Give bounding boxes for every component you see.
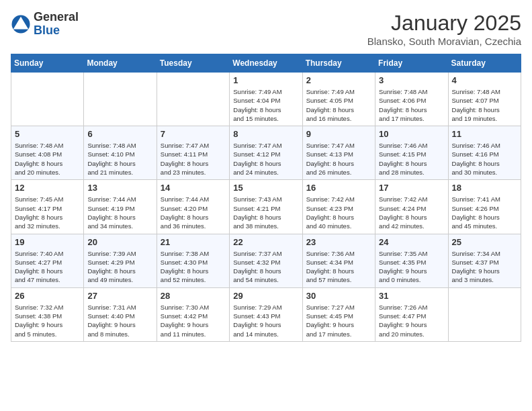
day-info: Sunrise: 7:37 AM Sunset: 4:32 PM Dayligh…: [233, 249, 298, 285]
day-number: 9: [306, 129, 371, 139]
day-number: 27: [87, 291, 152, 301]
day-number: 19: [15, 237, 80, 247]
weekday-header-row: SundayMondayTuesdayWednesdayThursdayFrid…: [11, 54, 521, 73]
weekday-header-saturday: Saturday: [448, 54, 521, 73]
calendar-cell: 19Sunrise: 7:40 AM Sunset: 4:27 PM Dayli…: [11, 234, 84, 287]
day-info: Sunrise: 7:39 AM Sunset: 4:29 PM Dayligh…: [87, 249, 152, 285]
day-info: Sunrise: 7:46 AM Sunset: 4:16 PM Dayligh…: [452, 141, 517, 177]
day-number: 24: [379, 237, 444, 247]
day-number: 29: [233, 291, 298, 301]
calendar-cell: 12Sunrise: 7:45 AM Sunset: 4:17 PM Dayli…: [11, 180, 84, 234]
day-number: 15: [233, 183, 298, 193]
calendar-cell: 13Sunrise: 7:44 AM Sunset: 4:19 PM Dayli…: [84, 180, 157, 234]
calendar-cell: 10Sunrise: 7:46 AM Sunset: 4:15 PM Dayli…: [375, 126, 448, 180]
day-info: Sunrise: 7:36 AM Sunset: 4:34 PM Dayligh…: [306, 249, 371, 285]
day-info: Sunrise: 7:43 AM Sunset: 4:21 PM Dayligh…: [233, 195, 298, 230]
day-info: Sunrise: 7:42 AM Sunset: 4:23 PM Dayligh…: [306, 195, 371, 230]
calendar-cell: 5Sunrise: 7:48 AM Sunset: 4:08 PM Daylig…: [11, 126, 84, 180]
calendar-week-row: 19Sunrise: 7:40 AM Sunset: 4:27 PM Dayli…: [11, 234, 521, 287]
day-info: Sunrise: 7:38 AM Sunset: 4:30 PM Dayligh…: [161, 249, 226, 285]
day-number: 13: [87, 183, 152, 193]
logo-blue-text: Blue: [34, 24, 79, 38]
calendar-table: SundayMondayTuesdayWednesdayThursdayFrid…: [11, 54, 521, 342]
day-number: 23: [306, 237, 371, 247]
day-number: 30: [306, 291, 371, 301]
calendar-week-row: 5Sunrise: 7:48 AM Sunset: 4:08 PM Daylig…: [11, 126, 521, 180]
page-header: General Blue January 2025 Blansko, South…: [11, 11, 521, 47]
calendar-cell: 20Sunrise: 7:39 AM Sunset: 4:29 PM Dayli…: [84, 234, 157, 287]
day-info: Sunrise: 7:49 AM Sunset: 4:05 PM Dayligh…: [306, 87, 371, 123]
day-info: Sunrise: 7:42 AM Sunset: 4:24 PM Dayligh…: [379, 195, 444, 230]
calendar-cell: 8Sunrise: 7:47 AM Sunset: 4:12 PM Daylig…: [230, 126, 302, 180]
day-number: 25: [452, 237, 517, 247]
weekday-header-monday: Monday: [84, 54, 157, 73]
day-info: Sunrise: 7:48 AM Sunset: 4:08 PM Dayligh…: [15, 141, 80, 177]
day-info: Sunrise: 7:46 AM Sunset: 4:15 PM Dayligh…: [379, 141, 444, 177]
weekday-header-tuesday: Tuesday: [157, 54, 229, 73]
calendar-cell: [84, 73, 157, 126]
day-number: 22: [233, 237, 298, 247]
day-info: Sunrise: 7:27 AM Sunset: 4:45 PM Dayligh…: [306, 303, 371, 338]
day-info: Sunrise: 7:40 AM Sunset: 4:27 PM Dayligh…: [15, 249, 80, 285]
day-number: 3: [379, 75, 444, 85]
calendar-week-row: 26Sunrise: 7:32 AM Sunset: 4:38 PM Dayli…: [11, 287, 521, 341]
day-number: 31: [379, 291, 444, 301]
calendar-cell: 23Sunrise: 7:36 AM Sunset: 4:34 PM Dayli…: [302, 234, 375, 287]
day-info: Sunrise: 7:45 AM Sunset: 4:17 PM Dayligh…: [15, 195, 80, 230]
calendar-cell: 28Sunrise: 7:30 AM Sunset: 4:42 PM Dayli…: [157, 287, 229, 341]
day-info: Sunrise: 7:31 AM Sunset: 4:40 PM Dayligh…: [87, 303, 152, 338]
day-number: 1: [233, 75, 298, 85]
calendar-cell: 9Sunrise: 7:47 AM Sunset: 4:13 PM Daylig…: [302, 126, 375, 180]
calendar-cell: 17Sunrise: 7:42 AM Sunset: 4:24 PM Dayli…: [375, 180, 448, 234]
calendar-cell: 22Sunrise: 7:37 AM Sunset: 4:32 PM Dayli…: [230, 234, 302, 287]
logo: General Blue: [11, 11, 79, 38]
calendar-cell: 29Sunrise: 7:29 AM Sunset: 4:43 PM Dayli…: [230, 287, 302, 341]
day-number: 7: [161, 129, 226, 139]
day-number: 8: [233, 129, 298, 139]
day-info: Sunrise: 7:47 AM Sunset: 4:12 PM Dayligh…: [233, 141, 298, 177]
calendar-cell: 21Sunrise: 7:38 AM Sunset: 4:30 PM Dayli…: [157, 234, 229, 287]
day-info: Sunrise: 7:49 AM Sunset: 4:04 PM Dayligh…: [233, 87, 298, 123]
calendar-cell: 16Sunrise: 7:42 AM Sunset: 4:23 PM Dayli…: [302, 180, 375, 234]
day-info: Sunrise: 7:29 AM Sunset: 4:43 PM Dayligh…: [233, 303, 298, 338]
weekday-header-sunday: Sunday: [11, 54, 84, 73]
weekday-header-wednesday: Wednesday: [230, 54, 302, 73]
day-number: 11: [452, 129, 517, 139]
day-number: 18: [452, 183, 517, 193]
day-number: 28: [161, 291, 226, 301]
day-number: 12: [15, 183, 80, 193]
day-number: 6: [87, 129, 152, 139]
logo-icon: [11, 14, 31, 34]
day-info: Sunrise: 7:48 AM Sunset: 4:10 PM Dayligh…: [87, 141, 152, 177]
calendar-cell: 14Sunrise: 7:44 AM Sunset: 4:20 PM Dayli…: [157, 180, 229, 234]
calendar-cell: 27Sunrise: 7:31 AM Sunset: 4:40 PM Dayli…: [84, 287, 157, 341]
logo-general-text: General: [34, 11, 79, 24]
calendar-cell: 18Sunrise: 7:41 AM Sunset: 4:26 PM Dayli…: [448, 180, 521, 234]
weekday-header-friday: Friday: [375, 54, 448, 73]
day-number: 5: [15, 129, 80, 139]
calendar-cell: 30Sunrise: 7:27 AM Sunset: 4:45 PM Dayli…: [302, 287, 375, 341]
calendar-cell: 3Sunrise: 7:48 AM Sunset: 4:06 PM Daylig…: [375, 73, 448, 126]
day-number: 17: [379, 183, 444, 193]
logo-text: General Blue: [34, 11, 79, 38]
day-info: Sunrise: 7:34 AM Sunset: 4:37 PM Dayligh…: [452, 249, 517, 285]
day-info: Sunrise: 7:44 AM Sunset: 4:19 PM Dayligh…: [87, 195, 152, 230]
day-info: Sunrise: 7:41 AM Sunset: 4:26 PM Dayligh…: [452, 195, 517, 230]
calendar-cell: 24Sunrise: 7:35 AM Sunset: 4:35 PM Dayli…: [375, 234, 448, 287]
calendar-cell: 15Sunrise: 7:43 AM Sunset: 4:21 PM Dayli…: [230, 180, 302, 234]
day-info: Sunrise: 7:26 AM Sunset: 4:47 PM Dayligh…: [379, 303, 444, 338]
calendar-cell: 6Sunrise: 7:48 AM Sunset: 4:10 PM Daylig…: [84, 126, 157, 180]
calendar-cell: 1Sunrise: 7:49 AM Sunset: 4:04 PM Daylig…: [230, 73, 302, 126]
day-number: 4: [452, 75, 517, 85]
day-number: 14: [161, 183, 226, 193]
calendar-cell: [11, 73, 84, 126]
day-number: 20: [87, 237, 152, 247]
title-block: January 2025 Blansko, South Moravian, Cz…: [367, 11, 521, 47]
day-number: 16: [306, 183, 371, 193]
day-info: Sunrise: 7:32 AM Sunset: 4:38 PM Dayligh…: [15, 303, 80, 338]
calendar-cell: 7Sunrise: 7:47 AM Sunset: 4:11 PM Daylig…: [157, 126, 229, 180]
day-number: 10: [379, 129, 444, 139]
calendar-cell: 31Sunrise: 7:26 AM Sunset: 4:47 PM Dayli…: [375, 287, 448, 341]
calendar-cell: 26Sunrise: 7:32 AM Sunset: 4:38 PM Dayli…: [11, 287, 84, 341]
day-info: Sunrise: 7:30 AM Sunset: 4:42 PM Dayligh…: [161, 303, 226, 338]
